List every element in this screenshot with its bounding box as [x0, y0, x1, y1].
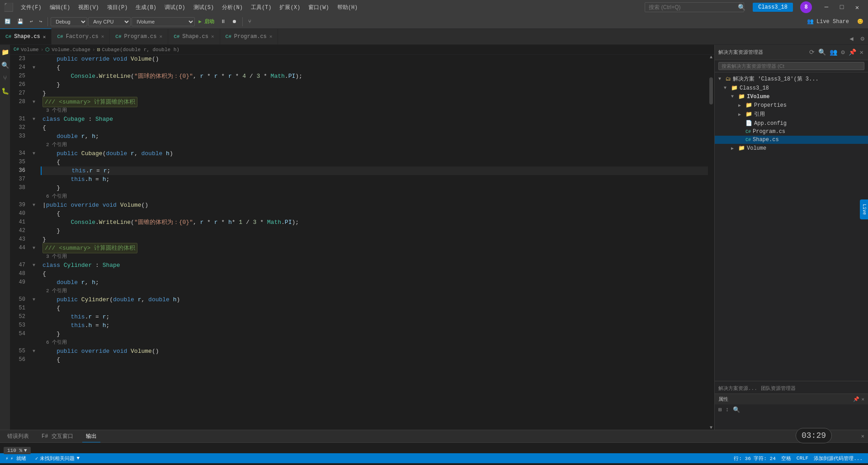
menu-view[interactable]: 视图(V) — [75, 2, 103, 13]
collapse-55[interactable]: ▼ — [33, 347, 41, 356]
scrollbar-thumb[interactable] — [709, 77, 713, 104]
solution-search-input[interactable] — [718, 62, 864, 70]
properties-search-icon[interactable]: 🔍 — [733, 406, 740, 413]
menu-help[interactable]: 帮助(H) — [334, 2, 362, 13]
collapse-24[interactable]: ▼ — [33, 63, 41, 72]
tab-programcs2[interactable]: C# Program.cs ✕ — [220, 28, 278, 44]
code-line-28[interactable]: /// <summary> 计算圆锥的体积 — [41, 98, 708, 106]
scrollbar-up[interactable]: ▲ — [708, 55, 714, 59]
close-button[interactable]: ✕ — [850, 2, 864, 12]
ab-explorer[interactable]: 📁 — [0, 47, 11, 58]
editor-scrollbar[interactable]: ▲ ▼ — [708, 55, 714, 430]
tree-item-programcs[interactable]: ▶ C# Program.cs — [715, 128, 868, 136]
status-git[interactable]: ⚡ ⚡ 就绪 — [4, 455, 28, 462]
properties-close[interactable]: ✕ — [861, 396, 864, 402]
tree-item-appconfig[interactable]: ▶ 📄 App.config — [715, 119, 868, 128]
collapse-50[interactable]: ▼ — [33, 295, 41, 304]
code-line-23[interactable]: public override void Volume() — [41, 55, 708, 63]
solution-close-icon[interactable]: ✕ — [859, 47, 864, 57]
debug-config-dropdown[interactable]: Debug — [51, 17, 87, 26]
output-tab-errors[interactable]: 错误列表 — [4, 431, 33, 442]
output-tab-fsharp[interactable]: F# 交互窗口 — [38, 431, 77, 442]
code-line-40[interactable]: { — [41, 209, 708, 218]
properties-pin[interactable]: 📌 — [853, 396, 859, 402]
code-line-38[interactable]: } — [41, 184, 708, 192]
properties-grid-icon[interactable]: ⊞ — [718, 406, 722, 413]
code-line-24[interactable]: { — [41, 63, 708, 72]
code-line-32[interactable]: { — [41, 123, 708, 132]
menu-file[interactable]: 文件(F) — [17, 2, 45, 13]
scrollbar-track[interactable] — [708, 104, 714, 425]
code-line-48[interactable]: { — [41, 270, 708, 278]
output-tab-output[interactable]: 输出 — [82, 431, 100, 442]
output-close[interactable]: ✕ — [861, 433, 864, 440]
status-rowcol[interactable]: 行: 36 字符: 24 — [732, 455, 777, 462]
code-line-27[interactable]: } — [41, 89, 708, 98]
menu-test[interactable]: 测试(S) — [190, 2, 218, 13]
menu-extensions[interactable]: 扩展(X) — [276, 2, 304, 13]
toolbar-git[interactable]: ⑂ — [245, 18, 254, 26]
code-line-44[interactable]: /// <summary> 计算圆柱的体积 — [41, 244, 708, 252]
code-editor[interactable]: 23 24 25 26 27 28 31 32 33 34 35 36 37 3… — [10, 55, 714, 430]
tree-item-ivolume[interactable]: ▼ 📁 IVolume — [715, 92, 868, 101]
ab-search[interactable]: 🔍 — [0, 60, 11, 71]
menu-window[interactable]: 窗口(W) — [305, 2, 333, 13]
tab-close[interactable]: ✕ — [43, 34, 46, 40]
code-line-25[interactable]: Console.WriteLine("圆球的体积为：{0}", r * r * … — [41, 72, 708, 81]
code-line-55[interactable]: public override void Volume() — [41, 347, 708, 356]
tree-item-volume[interactable]: ▶ 📁 Volume — [715, 144, 868, 152]
status-issues[interactable]: ✓ 未找到相关问题 ▼ — [33, 455, 81, 462]
menu-debug[interactable]: 调试(D) — [161, 2, 189, 13]
tree-item-shapecs[interactable]: ▶ C# Shape.cs — [715, 136, 868, 144]
solution-sync-icon[interactable]: ⟳ — [808, 47, 816, 57]
ab-git[interactable]: ⑂ — [1, 73, 9, 84]
status-encoding[interactable]: CRLF — [795, 455, 810, 462]
code-line-56[interactable]: { — [41, 356, 708, 364]
tree-item-solution[interactable]: ▼ 🗂 解决方案 'Class3_18'(第 3... — [715, 74, 868, 84]
collapse-39[interactable]: ▼ — [33, 201, 41, 209]
code-line-39[interactable]: |public override void Volume() — [41, 201, 708, 209]
code-line-52[interactable]: this.r = r; — [41, 313, 708, 321]
collapse-34[interactable]: ▼ — [33, 149, 41, 158]
minimize-button[interactable]: ─ — [819, 2, 834, 12]
code-line-33[interactable]: double r, h; — [41, 132, 708, 141]
code-line-36[interactable]: this.r = r; — [41, 166, 708, 175]
live-share-overlay-button[interactable]: Live — [860, 199, 868, 219]
breadcrumb-method[interactable]: Cubage(double r, double h) — [102, 47, 179, 52]
solution-explorer-tab[interactable]: 解决方案资源... — [718, 385, 757, 392]
code-line-50[interactable]: public Cylinder(double r, double h) — [41, 295, 708, 304]
code-line-54[interactable]: } — [41, 330, 708, 338]
tab-factorycs[interactable]: C# Factory.cs ✕ — [52, 28, 110, 44]
code-line-47[interactable]: class Cylinder : Shape — [41, 261, 708, 270]
breadcrumb-namespace[interactable]: Volume.Cubage — [52, 47, 90, 52]
toolbar-new[interactable]: 🔄 — [2, 17, 14, 26]
tab-scroll-right[interactable]: ⚙ — [857, 33, 868, 44]
code-line-53[interactable]: this.h = h; — [41, 321, 708, 330]
solution-team-icon[interactable]: 👥 — [829, 47, 838, 57]
code-content[interactable]: public override void Volume() { Console.… — [41, 55, 708, 430]
status-space[interactable]: 空格 — [779, 455, 793, 462]
code-line-37[interactable]: this.h = h; — [41, 175, 708, 184]
breadcrumb-volume[interactable]: Volume — [21, 47, 39, 52]
tab-close[interactable]: ✕ — [269, 33, 273, 39]
menu-build[interactable]: 生成(B) — [132, 2, 160, 13]
toolbar-redo[interactable]: ↪ — [37, 17, 45, 26]
toolbar-feedback[interactable]: 😊 — [854, 17, 866, 26]
tab-programcs[interactable]: C# Program.cs ✕ — [110, 28, 168, 44]
status-addsource[interactable]: 添加到源代码管理... — [812, 455, 864, 462]
code-line-43[interactable]: } — [41, 235, 708, 244]
collapse-31[interactable]: ▼ — [33, 115, 41, 123]
menu-tools[interactable]: 工具(T) — [247, 2, 275, 13]
tree-item-class318[interactable]: ▼ 📁 Class3_18 — [715, 84, 868, 92]
collapse-28[interactable]: ▼ — [33, 98, 41, 106]
scrollbar-down[interactable]: ▼ — [708, 425, 714, 430]
solution-search-panel-icon[interactable]: 🔍 — [817, 47, 827, 57]
tab-scroll-left[interactable]: ◀ — [846, 33, 857, 44]
code-line-31[interactable]: class Cubage : Shape — [41, 115, 708, 123]
menu-project[interactable]: 项目(P) — [104, 2, 132, 13]
tree-item-properties[interactable]: ▶ 📁 Properties — [715, 101, 868, 109]
toolbar-attach[interactable]: ⏸ — [218, 17, 228, 26]
team-explorer-tab[interactable]: 团队资源管理器 — [761, 385, 796, 392]
collapse-47[interactable]: ▼ — [33, 261, 41, 270]
maximize-button[interactable]: □ — [835, 2, 849, 12]
